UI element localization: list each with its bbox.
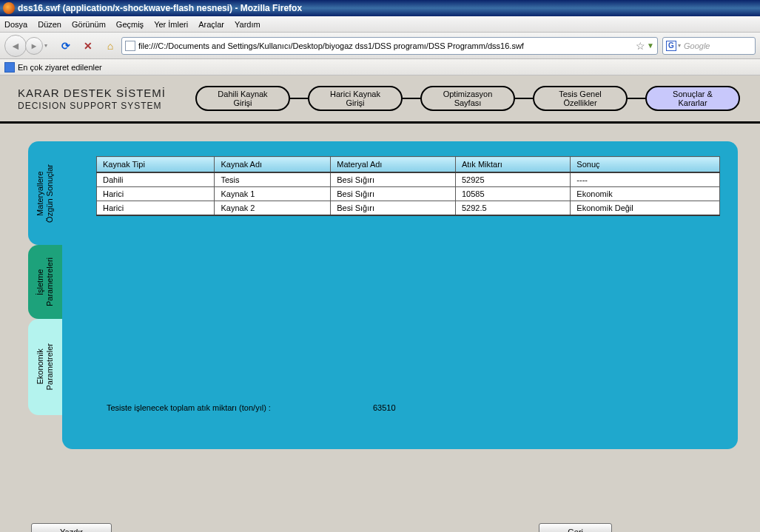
step-facility[interactable]: Tesis Genel Özellikler bbox=[533, 86, 628, 111]
menu-help[interactable]: Yardım bbox=[235, 20, 260, 29]
search-engine-dropdown-icon[interactable]: ▾ bbox=[678, 42, 681, 49]
table-row: Dahili Tesis Besi Sığırı 52925 ---- bbox=[97, 172, 720, 187]
step-2-line2: Girişi bbox=[346, 98, 364, 107]
print-button[interactable]: Yazdır bbox=[31, 523, 112, 532]
cell: Besi Sığırı bbox=[331, 201, 456, 216]
most-visited-link[interactable]: En çok ziyaret edilenler bbox=[18, 63, 102, 72]
bookmark-star-icon[interactable]: ☆ bbox=[636, 40, 645, 52]
step-nav: Dahili Kaynak Girişi Harici Kaynak Giriş… bbox=[195, 86, 750, 111]
back-button[interactable]: Geri bbox=[539, 523, 612, 532]
app-title-tr: KARAR DESTEK SİSTEMİ bbox=[18, 87, 195, 99]
menu-history[interactable]: Geçmiş bbox=[116, 20, 144, 29]
menu-bookmarks[interactable]: Yer İmleri bbox=[154, 20, 188, 29]
table-row: Harici Kaynak 2 Besi Sığırı 5292.5 Ekono… bbox=[97, 201, 720, 216]
col-waste-amount[interactable]: Atık Miktarı bbox=[455, 157, 570, 173]
results-panel: Kaynak Tipi Kaynak Adı Materyal Adı Atık… bbox=[62, 141, 738, 449]
firefox-icon bbox=[3, 2, 15, 14]
results-table: Kaynak Tipi Kaynak Adı Materyal Adı Atık… bbox=[96, 156, 720, 216]
step-2-line1: Harici Kaynak bbox=[330, 90, 380, 98]
nav-toolbar: ◄ ► ▾ ⟳ ✕ ⌂ file:///C:/Documents and Set… bbox=[0, 33, 760, 59]
step-external-source[interactable]: Harici Kaynak Girişi bbox=[308, 86, 403, 111]
reload-icon[interactable]: ⟳ bbox=[59, 39, 73, 53]
app-header: KARAR DESTEK SİSTEMİ DECISION SUPPORT SY… bbox=[0, 75, 760, 124]
table-header-row: Kaynak Tipi Kaynak Adı Materyal Adı Atık… bbox=[97, 157, 720, 173]
step-3-line2: Sayfası bbox=[454, 98, 482, 107]
cell: Ekonomik Değil bbox=[571, 201, 720, 216]
app-title-block: KARAR DESTEK SİSTEMİ DECISION SUPPORT SY… bbox=[18, 87, 195, 111]
menu-edit[interactable]: Düzen bbox=[38, 20, 61, 29]
cell: Dahili bbox=[97, 172, 215, 187]
url-text: file:///C:/Documents and Settings/Kullan… bbox=[138, 41, 634, 50]
app-title-en: DECISION SUPPORT SYSTEM bbox=[18, 101, 195, 111]
cell: 52925 bbox=[455, 172, 570, 187]
col-result[interactable]: Sonuç bbox=[571, 157, 720, 173]
page-icon bbox=[125, 41, 135, 51]
step-3-line1: Optimizasyon bbox=[443, 90, 493, 98]
cell: Besi Sığırı bbox=[331, 172, 456, 187]
col-material-name[interactable]: Materyal Adı bbox=[331, 157, 456, 173]
table-row: Harici Kaynak 1 Besi Sığırı 10585 Ekonom… bbox=[97, 187, 720, 201]
nav-back-button[interactable]: ◄ bbox=[4, 35, 27, 57]
panel-wrap: MateryallereÖzgün Sonuçlar İşletmeParame… bbox=[62, 141, 738, 449]
step-1-line2: Girişi bbox=[233, 98, 252, 107]
step-connector bbox=[403, 98, 420, 99]
cell: Tesis bbox=[215, 172, 331, 187]
cell: Harici bbox=[97, 187, 215, 201]
stop-icon[interactable]: ✕ bbox=[81, 39, 95, 53]
side-tab-material-results[interactable]: MateryallereÖzgün Sonuçlar bbox=[28, 141, 62, 245]
side-tab-operation-params[interactable]: İşletmeParametreleri bbox=[28, 245, 62, 319]
cell: Besi Sığırı bbox=[331, 187, 456, 201]
step-5-line1: Sonuçlar & bbox=[673, 90, 713, 98]
menu-view[interactable]: Görünüm bbox=[72, 20, 106, 29]
window-titlebar: dss16.swf (application/x-shockwave-flash… bbox=[0, 0, 760, 16]
cell: 10585 bbox=[455, 187, 570, 201]
cell: Kaynak 1 bbox=[215, 187, 331, 201]
side-tabs: MateryallereÖzgün Sonuçlar İşletmeParame… bbox=[28, 141, 62, 415]
summary-label: Tesiste işlenecek toplam atık miktarı (t… bbox=[107, 403, 373, 412]
step-5-line2: Kararlar bbox=[678, 98, 707, 107]
step-connector bbox=[515, 98, 533, 99]
search-box[interactable]: G ▾ Google bbox=[662, 37, 756, 55]
most-visited-icon bbox=[4, 62, 15, 73]
search-engine-icon[interactable]: G bbox=[666, 41, 676, 51]
col-source-name[interactable]: Kaynak Adı bbox=[215, 157, 331, 173]
step-results[interactable]: Sonuçlar & Kararlar bbox=[645, 86, 740, 111]
step-connector bbox=[628, 98, 645, 99]
bookmarks-toolbar: En çok ziyaret edilenler bbox=[0, 59, 760, 75]
search-placeholder: Google bbox=[684, 41, 710, 50]
app-content: KARAR DESTEK SİSTEMİ DECISION SUPPORT SY… bbox=[0, 75, 760, 532]
step-optimization[interactable]: Optimizasyon Sayfası bbox=[420, 86, 515, 111]
summary-value: 63510 bbox=[373, 403, 396, 412]
cell: Ekonomik bbox=[571, 187, 720, 201]
step-internal-source[interactable]: Dahili Kaynak Girişi bbox=[195, 86, 290, 111]
menu-tools[interactable]: Araçlar bbox=[198, 20, 224, 29]
cell: 5292.5 bbox=[455, 201, 570, 216]
window-title: dss16.swf (application/x-shockwave-flash… bbox=[18, 3, 302, 13]
side-tab-economic-params[interactable]: EkonomikParametreler bbox=[28, 319, 62, 415]
home-icon[interactable]: ⌂ bbox=[104, 39, 117, 53]
step-1-line1: Dahili Kaynak bbox=[218, 90, 267, 98]
cell: Harici bbox=[97, 201, 215, 216]
col-source-type[interactable]: Kaynak Tipi bbox=[97, 157, 215, 173]
cell: ---- bbox=[571, 172, 720, 187]
url-bar[interactable]: file:///C:/Documents and Settings/Kullan… bbox=[121, 37, 658, 55]
menu-file[interactable]: Dosya bbox=[4, 20, 27, 29]
nav-forward-button[interactable]: ► bbox=[25, 37, 43, 55]
cell: Kaynak 2 bbox=[215, 201, 331, 216]
step-connector bbox=[290, 98, 308, 99]
step-4-line1: Tesis Genel bbox=[559, 90, 601, 98]
nav-history-dropdown[interactable]: ▾ bbox=[41, 42, 50, 49]
url-dropdown-icon[interactable]: ▼ bbox=[647, 41, 654, 50]
step-4-line2: Özellikler bbox=[563, 98, 596, 107]
summary-line: Tesiste işlenecek toplam atık miktarı (t… bbox=[107, 403, 396, 412]
menubar: Dosya Düzen Görünüm Geçmiş Yer İmleri Ar… bbox=[0, 16, 760, 33]
